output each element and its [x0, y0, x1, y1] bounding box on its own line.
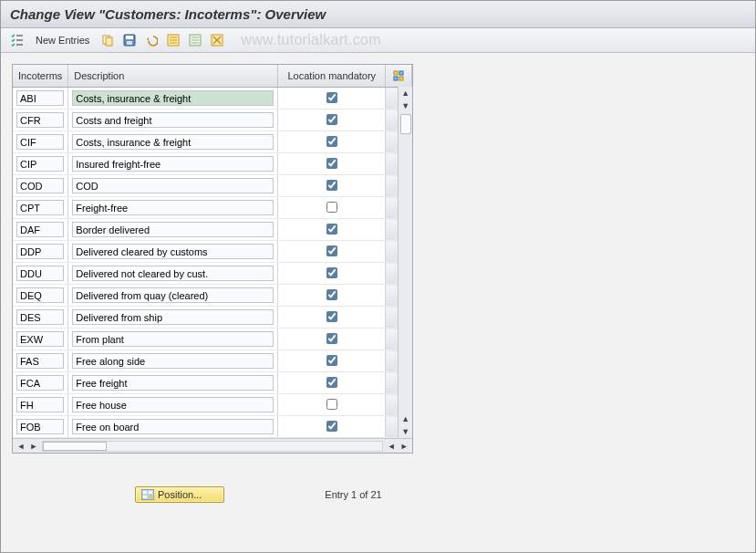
location-mandatory-checkbox[interactable] [326, 355, 337, 366]
incoterms-code-input[interactable] [16, 331, 64, 347]
incoterms-code-input[interactable] [16, 200, 64, 215]
svg-rect-4 [127, 41, 132, 45]
column-header-incoterms[interactable]: Incoterms [13, 65, 68, 88]
table-row[interactable] [13, 219, 412, 241]
description-input[interactable] [72, 134, 274, 150]
location-mandatory-checkbox[interactable] [326, 311, 337, 322]
description-input[interactable] [72, 244, 274, 259]
scroll-left2-icon[interactable]: ◄ [385, 440, 398, 453]
scroll-right-icon[interactable]: ► [27, 440, 40, 453]
location-mandatory-checkbox[interactable] [326, 289, 337, 300]
description-input[interactable] [72, 90, 274, 106]
table-row[interactable] [13, 197, 412, 219]
incoterms-code-input[interactable] [16, 353, 64, 369]
location-mandatory-checkbox[interactable] [326, 180, 337, 191]
incoterms-code-input[interactable] [16, 287, 64, 303]
scroll-left-icon[interactable]: ◄ [15, 440, 27, 453]
location-mandatory-checkbox[interactable] [326, 224, 337, 235]
table-row[interactable] [13, 88, 412, 110]
incoterms-code-input[interactable] [16, 266, 64, 281]
location-mandatory-checkbox[interactable] [326, 377, 337, 388]
description-input[interactable] [72, 375, 274, 391]
table-row[interactable] [13, 263, 412, 285]
table-row[interactable] [13, 329, 412, 350]
table-row[interactable] [13, 153, 412, 175]
description-input[interactable] [72, 419, 274, 434]
incoterms-code-input[interactable] [16, 419, 64, 434]
location-mandatory-checkbox[interactable] [326, 158, 337, 169]
description-input[interactable] [72, 200, 274, 215]
description-input[interactable] [72, 156, 274, 172]
position-icon [141, 489, 154, 500]
incoterms-code-input[interactable] [16, 244, 64, 259]
table-row[interactable] [13, 175, 412, 197]
table-row[interactable] [13, 285, 412, 307]
incoterms-code-input[interactable] [16, 375, 64, 391]
incoterms-table: Incoterms Description Location mandatory [13, 65, 412, 438]
svg-rect-20 [149, 491, 152, 494]
undo-icon[interactable] [142, 31, 161, 49]
table-row[interactable] [13, 372, 412, 394]
scroll-down-icon[interactable]: ▼ [399, 99, 412, 112]
location-mandatory-checkbox[interactable] [326, 114, 337, 125]
location-mandatory-checkbox[interactable] [326, 399, 337, 410]
scroll-up2-icon[interactable]: ▲ [399, 412, 412, 425]
incoterms-code-input[interactable] [16, 178, 64, 193]
svg-rect-1 [106, 37, 112, 46]
description-input[interactable] [72, 287, 274, 303]
vertical-scrollbar[interactable]: ▲ ▼ ▲ ▼ [398, 87, 412, 438]
table-row[interactable] [13, 241, 412, 263]
hscroll-track[interactable] [42, 441, 383, 452]
table-row[interactable] [13, 307, 412, 329]
incoterms-code-input[interactable] [16, 112, 64, 128]
new-entries-button[interactable]: New Entries [30, 33, 95, 47]
description-input[interactable] [72, 112, 274, 128]
deselect-all-icon[interactable] [186, 31, 204, 49]
table-row[interactable] [13, 131, 412, 153]
description-input[interactable] [72, 397, 274, 412]
incoterms-code-input[interactable] [16, 397, 64, 412]
watermark-text: www.tutorialkart.com [241, 32, 381, 48]
table-config-button[interactable] [386, 65, 412, 88]
location-mandatory-checkbox[interactable] [326, 202, 337, 213]
description-input[interactable] [72, 331, 274, 347]
incoterms-code-input[interactable] [16, 222, 64, 237]
description-input[interactable] [72, 266, 274, 281]
column-header-description[interactable]: Description [68, 65, 278, 88]
table-row[interactable] [13, 350, 412, 372]
horizontal-scrollbar[interactable]: ◄ ► ◄ ► [13, 438, 412, 453]
copy-icon[interactable] [98, 31, 117, 49]
delete-icon[interactable] [208, 31, 226, 49]
pencil-checklist-icon[interactable] [8, 31, 26, 49]
scroll-right2-icon[interactable]: ► [398, 440, 410, 453]
svg-rect-3 [126, 36, 133, 39]
scroll-down2-icon[interactable]: ▼ [399, 425, 412, 438]
incoterms-code-input[interactable] [16, 309, 64, 325]
svg-rect-6 [170, 37, 177, 38]
description-input[interactable] [72, 178, 274, 193]
svg-rect-15 [399, 71, 403, 75]
scroll-up-icon[interactable]: ▲ [399, 87, 412, 99]
description-input[interactable] [72, 353, 274, 369]
hscroll-thumb[interactable] [43, 442, 107, 451]
table-row[interactable] [13, 110, 412, 131]
incoterms-code-input[interactable] [16, 90, 64, 106]
location-mandatory-checkbox[interactable] [326, 136, 337, 147]
incoterms-code-input[interactable] [16, 156, 64, 172]
location-mandatory-checkbox[interactable] [326, 92, 337, 103]
position-button-label: Position... [158, 489, 202, 500]
description-input[interactable] [72, 222, 274, 237]
table-row[interactable] [13, 416, 412, 438]
incoterms-code-input[interactable] [16, 134, 64, 150]
save-icon[interactable] [120, 31, 139, 49]
location-mandatory-checkbox[interactable] [326, 245, 337, 256]
location-mandatory-checkbox[interactable] [326, 267, 337, 278]
column-header-location[interactable]: Location mandatory [278, 65, 386, 88]
location-mandatory-checkbox[interactable] [326, 333, 337, 344]
position-button[interactable]: Position... [135, 486, 224, 503]
select-all-icon[interactable] [164, 31, 182, 49]
table-row[interactable] [13, 394, 412, 416]
location-mandatory-checkbox[interactable] [326, 421, 337, 432]
vscroll-thumb[interactable] [400, 114, 411, 134]
description-input[interactable] [72, 309, 274, 325]
